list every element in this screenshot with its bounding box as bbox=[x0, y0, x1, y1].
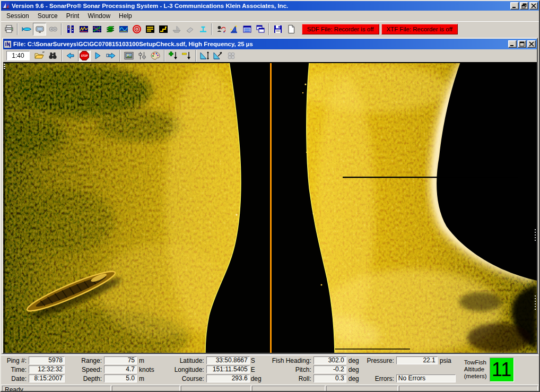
pitch-unit: deg bbox=[346, 366, 359, 373]
speed-value: 4.7 bbox=[104, 365, 137, 373]
zoom-in-step-button[interactable] bbox=[167, 50, 180, 62]
roll-label: Roll: bbox=[268, 375, 313, 382]
fish-heading-value: 302.0 bbox=[313, 356, 346, 364]
waveform-button[interactable] bbox=[77, 23, 90, 36]
errors-value: No Errors bbox=[396, 374, 456, 382]
menu-print[interactable]: Print bbox=[62, 11, 84, 21]
towfish-button[interactable] bbox=[20, 23, 33, 36]
print-button[interactable] bbox=[2, 23, 15, 36]
menu-source[interactable]: Source bbox=[33, 11, 62, 21]
depth-label: Depth: bbox=[80, 375, 104, 382]
print-icon bbox=[4, 24, 14, 34]
range-value: 75 bbox=[104, 356, 137, 364]
depth-value: 5.0 bbox=[104, 374, 137, 382]
sonar-display-area[interactable] bbox=[3, 62, 537, 353]
open-file-button[interactable] bbox=[33, 50, 46, 62]
tape-reels-icon bbox=[48, 24, 58, 34]
date-value: 8:15:2007 bbox=[29, 374, 65, 382]
menu-window[interactable]: Window bbox=[83, 11, 115, 21]
contour-layers-button[interactable] bbox=[103, 23, 117, 36]
longitude-label: Longitude: bbox=[172, 366, 206, 373]
sonar-window-controls bbox=[508, 40, 536, 48]
user-redo-button[interactable] bbox=[214, 23, 227, 36]
fish-heading-label: Fish Heading: bbox=[268, 357, 313, 364]
latitude-label: Latitude: bbox=[172, 357, 206, 364]
target-button[interactable] bbox=[130, 23, 143, 36]
cable-route-button[interactable] bbox=[156, 23, 170, 36]
attitude-group: Fish Heading:302.0deg Pitch:-0.2deg Roll… bbox=[268, 356, 359, 383]
toolbar-separator bbox=[268, 23, 269, 35]
minimize-button[interactable] bbox=[510, 2, 519, 10]
towfish-altitude-label: TowFish Altitude (meters) bbox=[464, 359, 487, 380]
save-button[interactable] bbox=[271, 23, 284, 36]
restore-button[interactable] bbox=[520, 2, 528, 10]
sensor-waveform-button[interactable] bbox=[117, 23, 130, 36]
play-icon bbox=[92, 51, 103, 60]
sdf-recorder-button[interactable]: SDF File: Recorder is off bbox=[302, 24, 379, 34]
boat-button[interactable] bbox=[170, 23, 183, 36]
measure-slope-button[interactable] bbox=[212, 50, 224, 62]
pitch-label: Pitch: bbox=[268, 366, 313, 373]
longitude-value: 151:11.5405 bbox=[206, 365, 250, 373]
restore-icon bbox=[521, 3, 527, 8]
status-message: Ready bbox=[2, 386, 111, 392]
play-button[interactable] bbox=[91, 50, 104, 62]
eraser-button[interactable] bbox=[183, 23, 196, 36]
palette-button[interactable] bbox=[149, 50, 162, 62]
step-forward-icon bbox=[106, 51, 116, 60]
stop-button[interactable]: STOP bbox=[78, 50, 91, 62]
instrument-panel: Ping #:5978 Time:12:32:32 Date:8:15:2007… bbox=[1, 354, 539, 385]
roll-unit: deg bbox=[346, 375, 359, 382]
gain-sliders-button[interactable] bbox=[136, 50, 149, 62]
status-panel bbox=[399, 386, 538, 392]
pan-button[interactable] bbox=[225, 50, 238, 62]
save-icon bbox=[273, 24, 283, 34]
sonar-minimize-button[interactable] bbox=[508, 40, 517, 48]
cable-layout-button[interactable] bbox=[143, 23, 156, 36]
title-bar[interactable]: Version 9.6 - SonarPro® Sonar Processing… bbox=[1, 1, 539, 11]
towfish-altitude: TowFish Altitude (meters) 11 bbox=[464, 358, 514, 382]
scale-ratio-display: 1:40 bbox=[6, 51, 30, 60]
sonar-maximize-button[interactable] bbox=[518, 40, 526, 48]
palette-icon bbox=[150, 51, 161, 60]
xtf-recorder-button[interactable]: XTF File: Recorder is off bbox=[381, 24, 458, 34]
boat-icon bbox=[172, 24, 181, 34]
range-unit: m bbox=[137, 357, 144, 364]
probe-button[interactable] bbox=[196, 23, 210, 36]
towfish-label-line2: Altitude bbox=[464, 366, 487, 373]
menu-help[interactable]: Help bbox=[115, 11, 136, 21]
zoom-out-step-button[interactable] bbox=[180, 50, 193, 62]
measure-height-icon bbox=[199, 51, 210, 60]
menu-session[interactable]: Session bbox=[2, 11, 33, 21]
signal-levels-button[interactable] bbox=[64, 23, 77, 36]
nav-grid-button[interactable] bbox=[90, 23, 103, 36]
application-window: Version 9.6 - SonarPro® Sonar Processing… bbox=[0, 0, 540, 392]
new-file-button[interactable] bbox=[284, 23, 298, 36]
sonar-toolbar: 1:40 STOP bbox=[3, 49, 537, 62]
sonar-close-button[interactable] bbox=[527, 40, 536, 48]
pressure-errors-group: Pressure:22.1psia Errors:No Errors bbox=[367, 356, 456, 383]
toolbar-separator bbox=[119, 50, 120, 62]
position-group: Latitude:33:50.8667S Longitude:151:11.54… bbox=[172, 356, 262, 383]
sonar-window-icon bbox=[4, 41, 11, 48]
ping-label: Ping #: bbox=[4, 357, 29, 364]
sonar-display-icon bbox=[35, 24, 45, 34]
wizard-button[interactable] bbox=[227, 23, 240, 36]
split-window-button[interactable] bbox=[240, 23, 254, 36]
measure-height-button[interactable] bbox=[198, 50, 211, 62]
sonar-display-button[interactable] bbox=[33, 23, 46, 36]
time-value: 12:32:32 bbox=[29, 365, 65, 373]
cascade-windows-button[interactable] bbox=[254, 23, 267, 36]
menu-bar: Session Source Print Window Help bbox=[1, 11, 539, 21]
image-view-button[interactable] bbox=[123, 50, 135, 62]
range-speed-depth-group: Range:75m Speed:4.7knots Depth:5.0m bbox=[80, 356, 154, 383]
step-forward-button[interactable] bbox=[104, 50, 117, 62]
search-button[interactable] bbox=[47, 50, 59, 62]
close-button[interactable] bbox=[529, 2, 538, 10]
tape-reels-button[interactable] bbox=[46, 23, 59, 36]
toolbar-separator bbox=[62, 50, 63, 62]
image-view-icon bbox=[124, 51, 134, 60]
step-back-button[interactable] bbox=[65, 50, 77, 62]
sonar-window-title-bar[interactable]: File: C:\SonarSurveys\GC\GC070815103100S… bbox=[3, 39, 537, 49]
pressure-unit: psia bbox=[438, 357, 451, 364]
